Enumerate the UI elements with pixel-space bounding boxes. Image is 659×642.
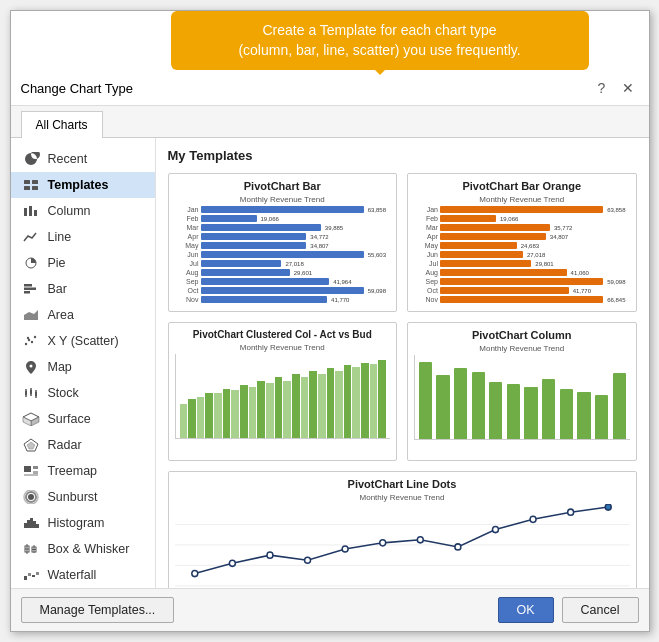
sidebar-item-line[interactable]: Line: [11, 224, 155, 250]
sidebar-item-scatter[interactable]: X Y (Scatter): [11, 328, 155, 354]
template-card-clustered-col[interactable]: PivotChart Clustered Col - Act vs Bud Mo…: [168, 322, 398, 461]
box-whisker-icon: [21, 541, 41, 557]
tab-all-charts[interactable]: All Charts: [21, 111, 103, 138]
svg-rect-30: [33, 471, 38, 474]
tooltip-bubble: Create a Template for each chart type (c…: [171, 11, 589, 70]
footer-left: Manage Templates...: [21, 597, 175, 623]
svg-point-70: [605, 504, 611, 510]
svg-point-64: [379, 540, 385, 546]
map-icon: [21, 359, 41, 375]
sidebar-item-sunburst[interactable]: Sunburst: [11, 484, 155, 510]
svg-rect-6: [34, 210, 37, 216]
template-card-bar[interactable]: PivotChart Bar Monthly Revenue Trend Jan…: [168, 173, 398, 312]
sidebar-label-scatter: X Y (Scatter): [48, 334, 119, 348]
recent-icon: [21, 151, 41, 167]
sidebar-label-recent: Recent: [48, 152, 88, 166]
svg-rect-9: [24, 288, 36, 291]
svg-point-12: [24, 343, 26, 345]
sidebar-item-column[interactable]: Column: [11, 198, 155, 224]
sidebar-label-surface: Surface: [48, 412, 91, 426]
manage-templates-button[interactable]: Manage Templates...: [21, 597, 175, 623]
sidebar-item-bar[interactable]: Bar: [11, 276, 155, 302]
scatter-icon: [21, 333, 41, 349]
mini-chart-bar-orange: Monthly Revenue Trend Jan63,858 Feb19,06…: [414, 195, 630, 305]
svg-point-60: [229, 560, 235, 566]
stock-icon: [21, 385, 41, 401]
svg-point-66: [454, 544, 460, 550]
sidebar-label-line: Line: [48, 230, 72, 244]
line-chart-svg: Jan Feb Mar Apr May Jun Jul Aug Sep Oct …: [175, 504, 630, 588]
mini-chart-column: Monthly Revenue Trend: [414, 344, 630, 454]
help-button[interactable]: ?: [591, 77, 613, 99]
line-icon: [21, 229, 41, 245]
sidebar-item-map[interactable]: Map: [11, 354, 155, 380]
svg-point-14: [30, 341, 32, 343]
hbar-orange-chart: Jan63,858 Feb19,066 Mar35,772 Apr34,807 …: [414, 206, 630, 303]
dialog: Create a Template for each chart type (c…: [10, 10, 650, 632]
svg-rect-39: [36, 524, 39, 528]
sidebar-label-stock: Stock: [48, 386, 79, 400]
sidebar-item-radar[interactable]: Radar: [11, 432, 155, 458]
tab-bar: All Charts: [11, 106, 649, 138]
sidebar-label-treemap: Treemap: [48, 464, 98, 478]
sidebar-item-histogram[interactable]: Histogram: [11, 510, 155, 536]
templates-grid: PivotChart Bar Monthly Revenue Trend Jan…: [168, 173, 637, 588]
tooltip-text: Create a Template for each chart type (c…: [238, 22, 520, 58]
sidebar-label-histogram: Histogram: [48, 516, 105, 530]
bar-icon: [21, 281, 41, 297]
svg-rect-48: [32, 575, 35, 577]
dialog-footer: Manage Templates... OK Cancel: [11, 588, 649, 631]
sidebar-item-treemap[interactable]: Treemap: [11, 458, 155, 484]
treemap-icon: [21, 463, 41, 479]
sidebar-label-map: Map: [48, 360, 72, 374]
sidebar-item-waterfall[interactable]: Waterfall: [11, 562, 155, 588]
sidebar-label-waterfall: Waterfall: [48, 568, 97, 582]
svg-rect-28: [24, 466, 31, 472]
svg-rect-2: [24, 186, 30, 190]
surface-icon: [21, 411, 41, 427]
svg-point-67: [492, 527, 498, 533]
mini-chart-line-dots: Monthly Revenue Trend: [175, 493, 630, 588]
sidebar-item-surface[interactable]: Surface: [11, 406, 155, 432]
template-title-clustered-col: PivotChart Clustered Col - Act vs Bud: [175, 329, 391, 340]
svg-rect-31: [24, 474, 38, 476]
sidebar-item-pie[interactable]: Pie: [11, 250, 155, 276]
sidebar: Recent Templates Column: [11, 138, 156, 588]
svg-marker-27: [27, 442, 35, 449]
template-title-bar: PivotChart Bar: [175, 180, 391, 192]
svg-rect-49: [36, 572, 39, 575]
svg-rect-22: [35, 392, 37, 396]
template-title-column: PivotChart Column: [414, 329, 630, 341]
template-card-column[interactable]: PivotChart Column Monthly Revenue Trend: [407, 322, 637, 461]
svg-point-69: [567, 509, 573, 515]
svg-rect-20: [30, 390, 32, 394]
svg-point-59: [191, 570, 197, 576]
svg-point-16: [26, 337, 28, 339]
svg-rect-5: [29, 206, 32, 216]
sidebar-label-pie: Pie: [48, 256, 66, 270]
cancel-button[interactable]: Cancel: [562, 597, 639, 623]
histogram-icon: [21, 515, 41, 531]
sidebar-item-recent[interactable]: Recent: [11, 146, 155, 172]
title-bar: Change Chart Type ? ✕: [11, 71, 649, 106]
sidebar-item-box-whisker[interactable]: Box & Whisker: [11, 536, 155, 562]
sidebar-label-box-whisker: Box & Whisker: [48, 542, 130, 556]
sidebar-label-bar: Bar: [48, 282, 67, 296]
svg-rect-1: [32, 180, 38, 184]
sidebar-label-templates: Templates: [48, 178, 109, 192]
column-icon: [21, 203, 41, 219]
ok-button[interactable]: OK: [498, 597, 554, 623]
sidebar-item-stock[interactable]: Stock: [11, 380, 155, 406]
sidebar-item-templates[interactable]: Templates: [11, 172, 155, 198]
sidebar-label-column: Column: [48, 204, 91, 218]
template-title-bar-orange: PivotChart Bar Orange: [414, 180, 630, 192]
svg-rect-3: [32, 186, 38, 190]
template-card-line-dots[interactable]: PivotChart Line Dots Monthly Revenue Tre…: [168, 471, 637, 588]
close-button[interactable]: ✕: [617, 77, 639, 99]
sidebar-label-sunburst: Sunburst: [48, 490, 98, 504]
area-icon: [21, 307, 41, 323]
svg-point-61: [266, 552, 272, 558]
sidebar-item-area[interactable]: Area: [11, 302, 155, 328]
svg-rect-29: [33, 466, 38, 469]
template-card-bar-orange[interactable]: PivotChart Bar Orange Monthly Revenue Tr…: [407, 173, 637, 312]
